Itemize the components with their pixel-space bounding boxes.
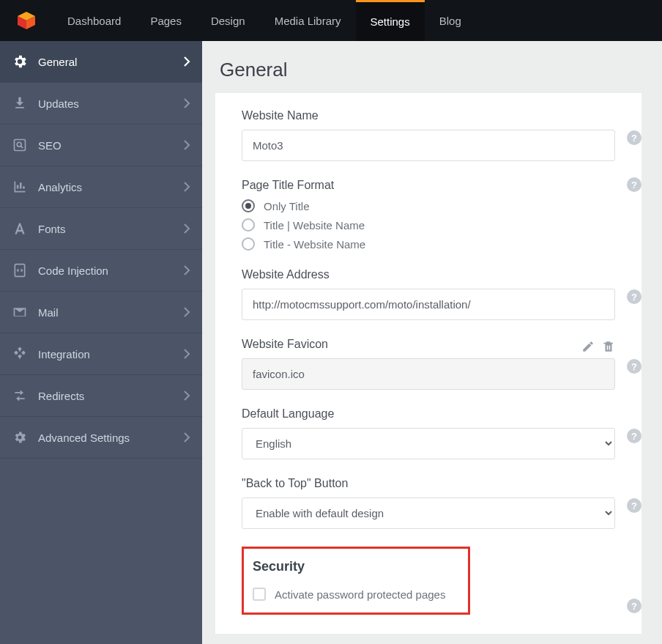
redirect-icon xyxy=(12,388,28,403)
sidebar-item-label: Code Injection xyxy=(38,264,108,277)
field-label: Website Address xyxy=(242,268,615,281)
sidebar-item-general[interactable]: General xyxy=(0,41,202,83)
sidebar-item-mail[interactable]: Mail xyxy=(0,292,202,333)
radio-label: Title - Website Name xyxy=(264,238,365,251)
edit-icon[interactable] xyxy=(581,340,595,356)
default-language-group: Default Language English ? xyxy=(242,407,615,459)
radio-title-dash[interactable]: Title - Website Name xyxy=(242,237,615,251)
sidebar-item-label: Fonts xyxy=(38,223,66,235)
help-icon[interactable]: ? xyxy=(627,599,641,613)
tab-label: Design xyxy=(211,15,245,27)
chevron-right-icon xyxy=(183,432,190,443)
chevron-right-icon xyxy=(183,181,190,193)
website-address-group: Website Address ? xyxy=(242,268,615,320)
website-favicon-group: Website Favicon favicon.ico ? xyxy=(242,338,615,390)
chevron-right-icon xyxy=(183,390,190,401)
field-label: Page Title Format xyxy=(242,179,615,192)
download-icon xyxy=(12,96,28,111)
chevron-right-icon xyxy=(183,306,190,318)
chevron-right-icon xyxy=(183,56,190,67)
field-label: Default Language xyxy=(242,407,615,421)
chevron-right-icon xyxy=(183,139,190,151)
chevron-right-icon xyxy=(183,348,190,360)
radio-title-pipe[interactable]: Title | Website Name xyxy=(242,218,615,232)
chevron-right-icon xyxy=(183,223,190,234)
help-icon[interactable]: ? xyxy=(627,498,641,513)
sidebar-item-label: Advanced Settings xyxy=(38,432,130,444)
favicon-value: favicon.ico xyxy=(253,368,305,380)
tab-label: Settings xyxy=(371,15,410,28)
help-icon[interactable]: ? xyxy=(627,130,641,145)
main-content: General Website Name ? Page Title Format… xyxy=(202,41,662,644)
tab-label: Media Library xyxy=(275,15,341,27)
tab-dashboard[interactable]: Dashboard xyxy=(53,0,135,41)
top-nav: Dashboard Pages Design Media Library Set… xyxy=(0,0,662,41)
checkbox-icon xyxy=(253,588,266,601)
website-address-input[interactable] xyxy=(242,289,615,320)
sidebar-item-label: SEO xyxy=(38,139,62,152)
sidebar-item-label: Mail xyxy=(38,306,59,319)
sidebar-item-label: Integration xyxy=(38,348,90,360)
sidebar-item-fonts[interactable]: Fonts xyxy=(0,208,202,250)
sidebar-item-redirects[interactable]: Redirects xyxy=(0,375,202,417)
trash-icon[interactable] xyxy=(602,340,615,356)
sidebar-item-label: Updates xyxy=(38,97,79,110)
search-doc-icon xyxy=(12,138,28,152)
radio-label: Title | Website Name xyxy=(264,219,365,232)
page-title-format-group: Page Title Format Only Title Title | Web… xyxy=(242,179,615,251)
sidebar-item-label: Analytics xyxy=(38,181,82,193)
gear-icon xyxy=(12,53,28,70)
sliders-icon xyxy=(12,430,28,445)
radio-only-title[interactable]: Only Title xyxy=(242,199,615,212)
sidebar-item-label: Redirects xyxy=(38,390,84,402)
default-language-select[interactable]: English xyxy=(242,428,615,459)
checkbox-label: Activate password protected pages xyxy=(275,588,445,601)
field-label: Website Favicon xyxy=(242,338,328,351)
sidebar-item-label: General xyxy=(38,56,77,68)
back-to-top-select[interactable]: Enable with default design xyxy=(242,497,615,529)
field-label: "Back to Top" Button xyxy=(242,477,615,490)
code-doc-icon xyxy=(12,263,28,278)
back-to-top-group: "Back to Top" Button Enable with default… xyxy=(242,477,615,529)
mail-icon xyxy=(12,305,28,319)
integration-icon xyxy=(12,347,28,361)
chevron-right-icon xyxy=(183,264,190,276)
sidebar: General Updates SEO xyxy=(0,41,202,644)
website-name-group: Website Name ? xyxy=(242,109,615,161)
security-group: Security Activate password protected pag… xyxy=(242,547,615,615)
logo-icon xyxy=(16,10,37,31)
radio-icon xyxy=(242,237,255,251)
sidebar-item-analytics[interactable]: Analytics xyxy=(0,166,202,208)
logo[interactable] xyxy=(0,0,53,41)
sidebar-item-updates[interactable]: Updates xyxy=(0,83,202,125)
sidebar-item-integration[interactable]: Integration xyxy=(0,333,202,375)
activate-password-row[interactable]: Activate password protected pages xyxy=(253,588,459,601)
tab-label: Dashboard xyxy=(67,15,121,27)
page-title: General xyxy=(220,59,662,81)
help-icon[interactable]: ? xyxy=(627,359,641,374)
tab-label: Pages xyxy=(150,15,182,27)
radio-icon xyxy=(242,199,255,212)
section-title: Security xyxy=(253,559,459,574)
sidebar-item-code-injection[interactable]: Code Injection xyxy=(0,250,202,292)
help-icon[interactable]: ? xyxy=(627,429,641,443)
svg-rect-5 xyxy=(15,264,24,277)
help-icon[interactable]: ? xyxy=(627,289,641,304)
website-name-input[interactable] xyxy=(242,130,615,161)
sidebar-item-advanced-settings[interactable]: Advanced Settings xyxy=(0,417,202,459)
favicon-readonly: favicon.ico xyxy=(242,358,615,390)
field-label: Website Name xyxy=(242,109,615,122)
svg-rect-3 xyxy=(15,140,26,151)
security-highlight-box: Security Activate password protected pag… xyxy=(242,547,470,615)
radio-label: Only Title xyxy=(264,200,310,212)
font-icon xyxy=(12,221,28,236)
tab-blog[interactable]: Blog xyxy=(425,0,476,41)
sidebar-item-seo[interactable]: SEO xyxy=(0,125,202,166)
tab-design[interactable]: Design xyxy=(196,0,260,41)
tab-settings[interactable]: Settings xyxy=(356,0,425,41)
help-icon[interactable]: ? xyxy=(627,177,641,192)
tab-pages[interactable]: Pages xyxy=(135,0,196,41)
tab-media-library[interactable]: Media Library xyxy=(260,0,356,41)
svg-point-4 xyxy=(17,142,21,147)
chevron-right-icon xyxy=(183,97,190,109)
